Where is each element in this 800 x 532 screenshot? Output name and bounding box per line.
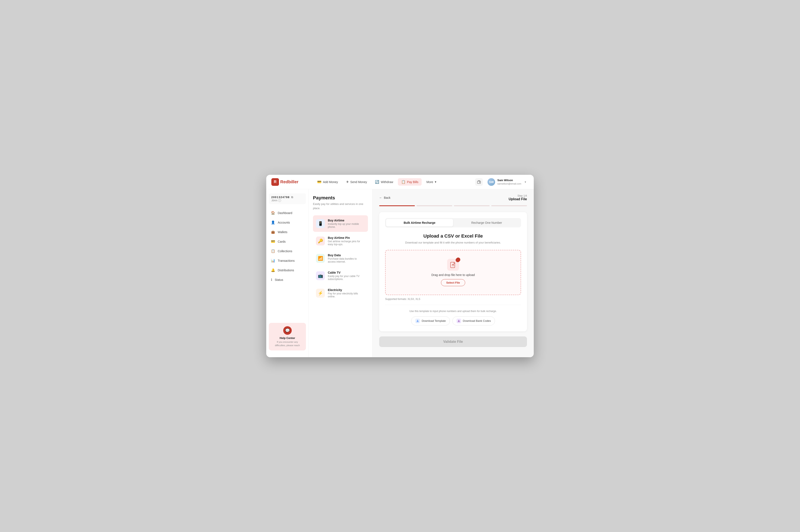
payment-item-buy-data[interactable]: 📶 Buy Data Purchase data bundles to acce… (313, 250, 368, 267)
collections-icon: 📋 (271, 249, 275, 253)
sidebar: 2001324798 ⧉ JBAN i 🏠 Dashboard 👤 Accoun… (266, 189, 309, 357)
sidebar-nav: 🏠 Dashboard 👤 Accounts 👜 Wallets 💳 Cards… (266, 208, 309, 284)
distributions-icon: 🔔 (271, 268, 275, 272)
download-template-button[interactable]: Download Template (411, 317, 450, 325)
payment-item-cable-tv[interactable]: 📺 Cable TV Easily pay for your cable TV … (313, 267, 368, 284)
svg-rect-0 (477, 181, 481, 184)
upload-icon-box (447, 259, 459, 271)
buy-airtime-info: Buy Airtime Instantly top up your mobile… (328, 219, 365, 228)
user-profile[interactable]: SW Sam Wilson samwilson@email.com ▼ (485, 177, 529, 187)
nav-item-send-money[interactable]: ✈ Send Money (343, 178, 370, 186)
main-area: 2001324798 ⧉ JBAN i 🏠 Dashboard 👤 Accoun… (266, 189, 534, 357)
supported-formats: Supported formats: XLSX, XLS (385, 298, 521, 301)
right-panel: ← Back Step 1/4 Upload File (372, 189, 534, 357)
pay-bills-icon: 📋 (401, 180, 405, 184)
add-money-icon: 💳 (317, 180, 322, 184)
accounts-icon: 👤 (271, 221, 275, 224)
buy-airtime-pin-info: Buy Airtime Pin Get airtime recharge pin… (328, 236, 365, 246)
electricity-info: Electricity Pay for your electricity bil… (328, 288, 365, 298)
cable-tv-info: Cable TV Easily pay for your cable TV su… (328, 271, 365, 281)
progress-bar (379, 205, 527, 206)
step-info: Step 1/4 Upload File (509, 194, 527, 201)
payments-title: Payments (313, 195, 368, 201)
data-icon: 📶 (318, 256, 323, 261)
top-nav: R Redbiller 💳 Add Money ✈ Send Money 🔄 W… (266, 175, 534, 189)
sidebar-item-collections[interactable]: 📋 Collections (268, 246, 307, 255)
avatar: SW (488, 178, 495, 186)
upload-title: Upload a CSV or Excel File (385, 233, 521, 239)
sidebar-item-wallets[interactable]: 👜 Wallets (268, 227, 307, 236)
tab-bulk-recharge[interactable]: Bulk Airtime Recharge (386, 219, 453, 227)
transactions-icon: 📊 (271, 259, 275, 263)
back-button[interactable]: ← Back (379, 196, 390, 200)
content-area: Payments Easily pay for utilities and se… (309, 189, 534, 357)
sidebar-footer: 💬 Help Center If you encounter any diffi… (266, 320, 309, 353)
template-section: Use this template to input phone numbers… (385, 305, 521, 325)
download-buttons: Download Template Download Bank Codes (385, 317, 521, 325)
payment-item-buy-airtime[interactable]: 📱 Buy Airtime Instantly top up your mobi… (313, 215, 368, 232)
electricity-icon-box: ⚡ (316, 289, 325, 298)
status-icon: ℹ (271, 278, 272, 282)
validate-file-button[interactable]: Validate File (379, 337, 527, 347)
progress-step-1 (379, 205, 415, 206)
payments-description: Easily pay for utilities and services in… (313, 202, 368, 210)
progress-step-4 (491, 205, 527, 206)
payments-panel: Payments Easily pay for utilities and se… (309, 189, 372, 357)
jban-number: 2001324798 ⧉ (271, 195, 304, 199)
drop-text: Drag and drop file here to upload (432, 273, 475, 277)
nav-item-add-money[interactable]: 💳 Add Money (314, 178, 341, 186)
download-bank-codes-button[interactable]: Download Bank Codes (452, 317, 495, 325)
logo-text: Redbiller (280, 179, 298, 184)
step-header: ← Back Step 1/4 Upload File (379, 194, 527, 201)
send-money-icon: ✈ (346, 180, 349, 184)
sidebar-item-cards[interactable]: 💳 Cards (268, 237, 307, 246)
chevron-down-icon: ▼ (434, 180, 437, 184)
nav-right: SW Sam Wilson samwilson@email.com ▼ (475, 177, 529, 187)
sidebar-item-accounts[interactable]: 👤 Accounts (268, 218, 307, 227)
jban-label: JBAN i (271, 199, 304, 202)
cable-tv-icon-box: 📺 (316, 271, 325, 280)
buy-data-info: Buy Data Purchase data bundles to access… (328, 253, 365, 263)
upload-subtitle: Download our template and fill it with t… (385, 241, 521, 245)
airtime-icon: 📱 (318, 221, 323, 226)
copy-icon[interactable]: ⧉ (291, 195, 293, 199)
cable-tv-icon: 📺 (318, 273, 323, 278)
tab-row: Bulk Airtime Recharge Recharge One Numbe… (385, 218, 521, 227)
profile-chevron-icon: ▼ (524, 181, 527, 183)
nav-links: 💳 Add Money ✈ Send Money 🔄 Withdraw 📋 Pa… (314, 178, 475, 186)
logo: R Redbiller (271, 178, 314, 186)
sidebar-item-status[interactable]: ℹ Status (268, 275, 307, 284)
progress-step-3 (454, 205, 490, 206)
tab-recharge-one[interactable]: Recharge One Number (453, 219, 520, 227)
back-arrow-icon: ← (379, 196, 382, 200)
help-center-icon: 💬 (283, 326, 292, 335)
payment-item-electricity[interactable]: ⚡ Electricity Pay for your electricity b… (313, 285, 368, 301)
info-icon[interactable]: i (278, 199, 281, 202)
user-info: Sam Wilson samwilson@email.com (497, 178, 521, 185)
progress-step-2 (417, 205, 452, 206)
download-template-icon (415, 319, 420, 323)
upload-card: Bulk Airtime Recharge Recharge One Numbe… (379, 212, 527, 331)
logo-icon: R (271, 178, 279, 186)
sidebar-item-dashboard[interactable]: 🏠 Dashboard (268, 208, 307, 217)
electricity-icon: ⚡ (318, 291, 323, 296)
nav-item-more[interactable]: More ▼ (423, 178, 440, 185)
payment-item-buy-airtime-pin[interactable]: 🔑 Buy Airtime Pin Get airtime recharge p… (313, 233, 368, 249)
sidebar-item-transactions[interactable]: 📊 Transactions (268, 256, 307, 265)
help-card: 💬 Help Center If you encounter any diffi… (269, 323, 306, 350)
sidebar-item-distributions[interactable]: 🔔 Distributions (268, 266, 307, 275)
dropzone[interactable]: Drag and drop file here to upload Select… (385, 250, 521, 295)
buy-data-icon-box: 📶 (316, 254, 325, 263)
jban-box: 2001324798 ⧉ JBAN i (269, 193, 306, 204)
nav-item-withdraw[interactable]: 🔄 Withdraw (371, 178, 396, 186)
download-bank-codes-icon (456, 319, 461, 323)
withdraw-icon: 🔄 (375, 180, 379, 184)
wallets-icon: 👜 (271, 230, 275, 234)
airtime-pin-icon: 🔑 (318, 239, 323, 244)
cards-icon: 💳 (271, 240, 275, 244)
dashboard-icon: 🏠 (271, 211, 275, 215)
wallet-button[interactable] (475, 178, 483, 186)
select-file-button[interactable]: Select File (441, 279, 465, 286)
buy-airtime-icon-box: 📱 (316, 219, 325, 228)
nav-item-pay-bills[interactable]: 📋 Pay Bills (398, 178, 422, 186)
